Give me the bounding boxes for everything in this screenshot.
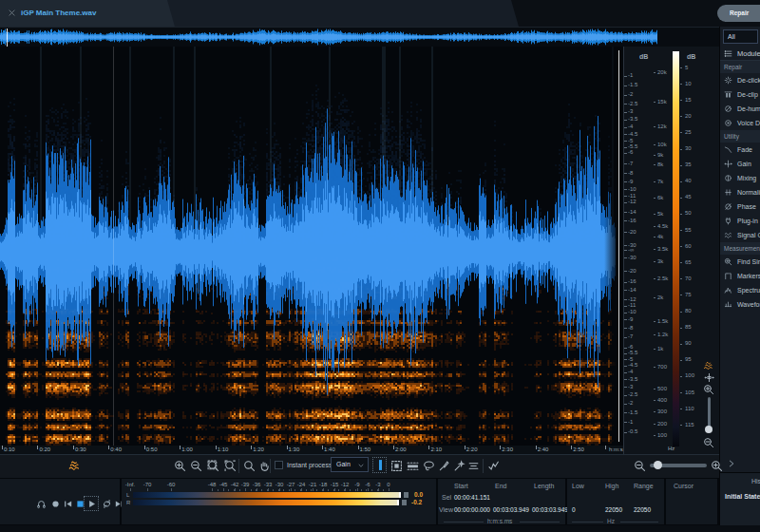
repair-assistant-button[interactable]: Repair Assistant <box>717 5 760 22</box>
module-item[interactable]: Signal Generator <box>720 228 760 242</box>
vertical-zoom-knob[interactable] <box>705 426 712 433</box>
meter-scale-tick <box>279 488 280 491</box>
meter-channel-left-label: L <box>126 492 129 498</box>
vertical-zoom-out-icon[interactable] <box>703 437 714 448</box>
process-module-dropdown[interactable]: Gain <box>331 457 369 472</box>
amp-db-tick <box>624 76 627 77</box>
spectrogram-blend-icon[interactable] <box>67 458 82 471</box>
waveform-view-icon[interactable] <box>704 372 714 383</box>
module-item[interactable]: Spectrum Analyzer <box>720 283 760 297</box>
amp-db-tick <box>624 299 627 300</box>
amp-db-tick <box>624 422 627 423</box>
hzoom-knob[interactable] <box>654 461 662 469</box>
meter-scale-label: 0 <box>387 482 390 487</box>
module-section-header: Repair <box>720 61 760 73</box>
module-item[interactable]: De-clip <box>720 87 760 102</box>
instant-process-checkbox[interactable] <box>275 461 283 469</box>
module-item[interactable]: Find Similar <box>720 255 760 269</box>
amp-db-tick <box>624 404 627 405</box>
hzoom-in-icon[interactable] <box>711 460 723 472</box>
markers-icon <box>724 272 732 280</box>
view-end: 00:03:03.949 <box>493 506 529 513</box>
row-sel-label: Sel <box>442 494 451 501</box>
module-item[interactable]: Phase <box>720 200 760 214</box>
loop-icon[interactable] <box>102 499 112 509</box>
go-to-start-icon[interactable] <box>63 499 73 509</box>
module-item[interactable]: Voice De-noise <box>720 116 760 130</box>
amp-db-tick-label: -3 <box>628 108 633 114</box>
zoom-tool-icon[interactable] <box>243 460 256 472</box>
module-item[interactable]: Normalize <box>720 185 760 200</box>
module-list-header[interactable]: Module <box>720 47 760 61</box>
zoom-in-time-icon[interactable] <box>174 460 186 472</box>
lasso-tool-icon[interactable] <box>423 460 435 472</box>
record-icon[interactable] <box>50 499 61 509</box>
module-filter-dropdown[interactable]: All <box>723 29 758 44</box>
zoom-all-icon[interactable] <box>224 460 237 472</box>
module-item[interactable]: Plug-in <box>720 214 760 228</box>
module-item-label: Find Similar <box>737 258 760 265</box>
meter-scale-minor-tick <box>355 489 356 491</box>
panel-collapse-chevron-icon[interactable] <box>727 459 736 468</box>
meter-scale-minor-tick <box>389 489 390 491</box>
module-item[interactable]: De-hum <box>720 102 760 116</box>
amplitude-scale-header: dB <box>639 53 648 60</box>
module-item[interactable]: Fade <box>720 142 760 157</box>
meter-scale-label: -15 <box>331 482 339 487</box>
vertical-zoom-in-icon[interactable] <box>703 384 714 395</box>
brush-tool-icon[interactable] <box>438 460 450 472</box>
selection-info-panel: Start End Length Sel 00:00:41.151 View 0… <box>438 479 565 524</box>
freq-tick-label: 5k <box>657 211 663 217</box>
close-icon[interactable] <box>8 9 16 17</box>
amp-db-tick <box>624 245 627 246</box>
frequency-info-panel: Low High Range 0 22050 22050 Hz <box>567 479 664 524</box>
zoom-to-selection-icon[interactable] <box>207 460 219 472</box>
meter-scale-minor-tick <box>371 489 372 491</box>
module-item[interactable]: Mixing <box>720 171 760 185</box>
meter-scale-minor-tick <box>223 489 224 491</box>
meter-scale-label: -21 <box>309 482 317 487</box>
vertical-zoom-slider[interactable] <box>708 397 711 429</box>
amp-db-tick <box>624 181 627 182</box>
amp-db-tick <box>624 412 627 413</box>
time-frequency-selection-tool-icon[interactable] <box>390 460 403 472</box>
hzoom-out-icon[interactable] <box>634 460 646 472</box>
tab-file[interactable]: iGP Main Theme.wav <box>0 0 175 27</box>
history-item[interactable]: Initial State <box>725 493 760 500</box>
freq-tick-label: 3.5k <box>657 246 668 252</box>
module-item[interactable]: Markers <box>720 269 760 283</box>
time-ruler[interactable] <box>0 446 623 454</box>
meter-scale-label: -42 <box>231 482 239 487</box>
amp-db-tick <box>624 271 627 272</box>
overview-waveform[interactable] <box>0 28 657 47</box>
monitor-headphones-icon[interactable] <box>36 499 47 509</box>
colorbar-tick-label: 110 <box>685 406 694 411</box>
harmonics-tool-icon[interactable] <box>467 460 480 472</box>
meter-scale-minor-tick <box>234 489 235 491</box>
module-item[interactable]: Waveform Statistics <box>720 297 760 312</box>
module-item[interactable]: De-click <box>720 73 760 87</box>
play-icon[interactable] <box>86 499 97 509</box>
meter-scale-minor-tick <box>333 489 334 491</box>
frequency-selection-tool-icon[interactable] <box>407 460 419 472</box>
spectrogram-view-icon[interactable] <box>702 359 715 370</box>
amp-db-tick <box>624 196 627 197</box>
time-selection-tool-icon[interactable] <box>374 459 387 471</box>
module-item[interactable]: Gain <box>720 157 760 171</box>
frequency-unit-label: Hz <box>668 446 674 451</box>
amp-db-tick <box>624 163 627 164</box>
colorbar-tick-label: 70 <box>685 276 692 281</box>
meter-scale-minor-tick <box>383 489 384 491</box>
ruler-label: 0:50 <box>146 446 158 452</box>
declick-quick-icon[interactable] <box>487 460 500 472</box>
colorbar-tick-label: 100 <box>685 372 694 378</box>
zoom-out-time-icon[interactable] <box>190 460 202 472</box>
freq-tick <box>654 144 656 145</box>
meter-scale-minor-tick <box>377 489 378 491</box>
magic-wand-tool-icon[interactable] <box>453 460 466 472</box>
cursor-info-panel: Cursor <box>666 479 717 524</box>
colorbar-tick <box>680 149 682 150</box>
ruler-label: 2:30 <box>502 446 513 452</box>
spectrogram-canvas[interactable] <box>0 47 623 446</box>
meter-scale-minor-tick <box>294 489 295 491</box>
